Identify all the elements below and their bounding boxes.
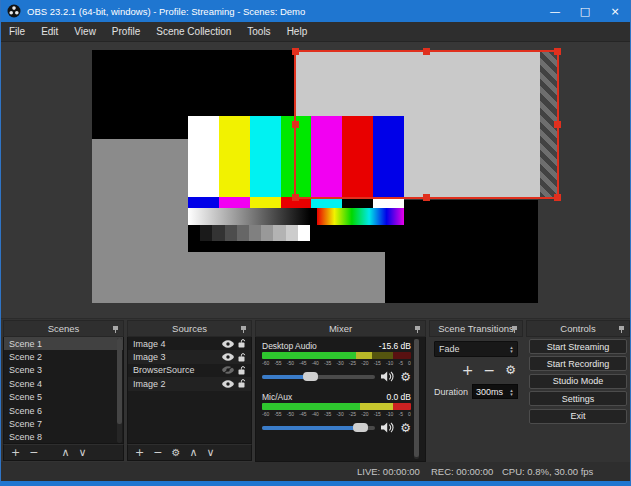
visibility-eye-icon[interactable]: [222, 340, 234, 348]
source-properties-gear-icon[interactable]: ⚙: [171, 448, 180, 458]
settings-button[interactable]: Settings: [529, 391, 627, 406]
pin-icon[interactable]: [112, 326, 119, 333]
move-source-up-button[interactable]: ∧: [189, 447, 197, 458]
lock-icon[interactable]: [238, 353, 246, 362]
move-scene-down-button[interactable]: ∨: [79, 447, 87, 458]
selection-handle-top-right[interactable]: [554, 48, 561, 55]
selection-handle-bottom-left[interactable]: [292, 194, 299, 201]
sources-list: Image 4 Image 3: [127, 337, 252, 444]
scene-transitions-panel: Scene Transitions Fade ▴▾ + − ⚙ Duration: [429, 320, 523, 462]
source-rect-black-bottom-right[interactable]: [385, 200, 538, 303]
scene-list-item[interactable]: Scene 8: [4, 431, 123, 444]
mixer-scrollbar[interactable]: [414, 339, 419, 459]
scene-list-item[interactable]: Scene 6: [4, 404, 123, 417]
move-source-down-button[interactable]: ∨: [206, 447, 214, 458]
duration-label: Duration: [434, 387, 468, 397]
source-list-item[interactable]: BrowserSource: [128, 364, 251, 377]
sources-header: Sources: [127, 320, 252, 337]
volume-slider-handle[interactable]: [353, 423, 368, 432]
add-transition-button[interactable]: +: [462, 363, 474, 377]
move-scene-up-button[interactable]: ∧: [61, 447, 69, 458]
scene-list-item[interactable]: Scene 5: [4, 391, 123, 404]
source-list-item[interactable]: Image 4: [128, 337, 251, 350]
source-list-item[interactable]: Image 3: [128, 350, 251, 363]
mixer-header: Mixer: [255, 320, 426, 337]
spinner-arrows-icon[interactable]: ▴▾: [506, 388, 517, 396]
pin-icon[interactable]: [618, 326, 625, 333]
menu-help[interactable]: Help: [279, 26, 316, 37]
exit-button[interactable]: Exit: [529, 409, 627, 424]
start-recording-button[interactable]: Start Recording: [529, 356, 627, 371]
menu-edit[interactable]: Edit: [33, 26, 66, 37]
duration-value: 300ms: [473, 387, 506, 397]
remove-source-button[interactable]: −: [153, 447, 162, 458]
scene-list-item[interactable]: Scene 2: [4, 350, 123, 363]
transition-select[interactable]: Fade ▴▾: [434, 341, 518, 357]
close-button[interactable]: ×: [600, 0, 630, 22]
scene-list-item[interactable]: Scene 3: [4, 364, 123, 377]
scenes-toolbar: + − ∧ ∨: [3, 444, 124, 461]
scenes-panel: Scenes Scene 1 Scene 2 Scene 3 Scene 4 S…: [3, 320, 124, 462]
studio-mode-button[interactable]: Studio Mode: [529, 374, 627, 389]
live-time: LIVE: 00:00:00: [357, 466, 420, 477]
visibility-eye-icon[interactable]: [222, 380, 234, 388]
duration-spinbox[interactable]: 300ms ▴▾: [472, 384, 518, 399]
selection-handle-bottom-right[interactable]: [554, 194, 561, 201]
remove-transition-button[interactable]: −: [484, 363, 496, 377]
speaker-icon[interactable]: [381, 371, 394, 382]
scene-list-item[interactable]: Scene 7: [4, 417, 123, 430]
sources-title: Sources: [172, 323, 207, 334]
controls-panel: Controls Start Streaming Start Recording…: [526, 320, 630, 462]
transition-properties-gear-icon[interactable]: ⚙: [505, 364, 516, 376]
visibility-eye-icon[interactable]: [222, 353, 234, 361]
add-scene-button[interactable]: +: [11, 447, 20, 458]
selection-handle-top-left[interactable]: [292, 48, 299, 55]
lock-icon[interactable]: [238, 339, 246, 348]
channel-settings-gear-icon[interactable]: ⚙: [400, 371, 411, 383]
menu-profile[interactable]: Profile: [104, 26, 148, 37]
scene-transitions-header: Scene Transitions: [429, 320, 523, 337]
title-bar: OBS 23.2.1 (64-bit, windows) - Profile: …: [1, 0, 630, 22]
volume-slider[interactable]: [262, 426, 375, 430]
scene-list-item[interactable]: Scene 4: [4, 377, 123, 390]
obs-window: OBS 23.2.1 (64-bit, windows) - Profile: …: [0, 0, 631, 486]
pin-icon[interactable]: [511, 326, 518, 333]
scenes-title: Scenes: [48, 323, 80, 334]
pin-icon[interactable]: [414, 326, 421, 333]
menu-scene-collection[interactable]: Scene Collection: [148, 26, 239, 37]
pin-icon[interactable]: [240, 326, 247, 333]
rainbow-gradient: [317, 208, 404, 225]
menu-file[interactable]: File: [1, 26, 33, 37]
lock-icon[interactable]: [238, 366, 246, 375]
selection-handle-bottom-middle[interactable]: [423, 194, 430, 201]
scenes-list: Scene 1 Scene 2 Scene 3 Scene 4 Scene 5 …: [3, 337, 124, 444]
channel-level-db: -15.6 dB: [379, 341, 411, 351]
mixer-channel-mic-aux: Mic/Aux 0.0 dB -60-55-50-45-40-35-30-25-…: [262, 391, 411, 435]
audio-level-meter: [262, 403, 411, 410]
selection-handle-middle-left[interactable]: [292, 121, 299, 128]
menu-view[interactable]: View: [66, 26, 104, 37]
menu-tools[interactable]: Tools: [239, 26, 278, 37]
selection-handle-top-middle[interactable]: [423, 48, 430, 55]
start-streaming-button[interactable]: Start Streaming: [529, 339, 627, 354]
scenes-header: Scenes: [3, 320, 124, 337]
scenes-scrollbar[interactable]: [117, 338, 122, 443]
scene-transitions-title: Scene Transitions: [438, 323, 514, 334]
lock-icon[interactable]: [238, 379, 246, 388]
channel-name: Mic/Aux: [262, 392, 292, 402]
source-list-item[interactable]: Image 2: [128, 377, 251, 390]
add-source-button[interactable]: +: [135, 447, 144, 458]
visibility-eye-off-icon[interactable]: [222, 366, 234, 374]
speaker-icon[interactable]: [381, 422, 394, 433]
controls-header: Controls: [526, 320, 630, 337]
minimize-button[interactable]: —: [540, 0, 570, 22]
selection-handle-middle-right[interactable]: [554, 121, 561, 128]
volume-slider[interactable]: [262, 375, 375, 379]
maximize-button[interactable]: □: [570, 0, 600, 22]
scene-list-item[interactable]: Scene 1: [4, 337, 123, 350]
mixer-panel: Mixer Desktop Audio -15.6 dB -60-55-50-4…: [255, 320, 426, 462]
remove-scene-button[interactable]: −: [29, 447, 38, 458]
volume-slider-handle[interactable]: [303, 372, 318, 381]
channel-settings-gear-icon[interactable]: ⚙: [400, 422, 411, 434]
selection-outline[interactable]: [294, 50, 559, 199]
